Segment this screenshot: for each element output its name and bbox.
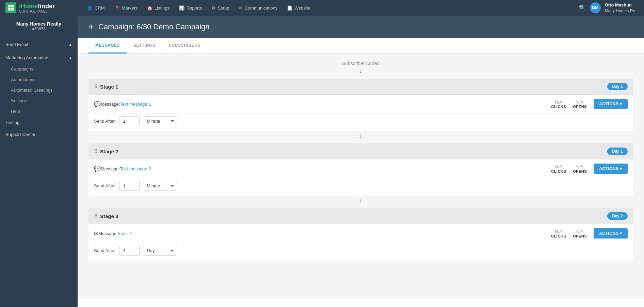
sidebar-item-automated-greetings[interactable]: Automated Greetings bbox=[0, 85, 78, 95]
stage-3-body: ✉ Message: Email 1 N/A CLICKS N/A OPENS bbox=[88, 224, 633, 260]
subscriber-added-label: Subscriber Added bbox=[88, 61, 633, 66]
stage-2-stats: N/A CLICKS N/A OPENS bbox=[551, 164, 587, 173]
svg-rect-2 bbox=[8, 8, 11, 11]
stage-2-send-after-row: Send After: Minute Hour Day Week bbox=[88, 178, 633, 196]
stage-1-opens: N/A OPENS bbox=[573, 99, 587, 109]
stage-2-send-after-select[interactable]: Minute Hour Day Week bbox=[143, 181, 177, 191]
stage-2-card: ⠿ Stage 2 Day 1 💬 Message: Text message … bbox=[88, 143, 633, 196]
setup-icon: ⚙ bbox=[211, 5, 215, 11]
top-navigation: iHomefinder CONTROL PANEL 👤 CRM 📍 Market… bbox=[0, 0, 644, 16]
stage-1-message-label: Message: bbox=[101, 102, 120, 107]
stage-3-message-row: ✉ Message: Email 1 N/A CLICKS N/A OPENS bbox=[88, 224, 633, 243]
stage-3-send-after-label: Send After: bbox=[94, 248, 116, 253]
stage-3-actions-button[interactable]: ACTIONS ▾ bbox=[594, 228, 628, 239]
chat-icon: 💬 bbox=[94, 101, 101, 107]
sidebar-company: Many Homes Realty #59656 bbox=[0, 16, 78, 37]
stage-2-send-after-label: Send After: bbox=[94, 183, 116, 188]
markets-icon: 📍 bbox=[114, 5, 120, 11]
stage-1-day-badge: Day 1 bbox=[607, 83, 628, 90]
user-info[interactable]: Otto Mashun Many Homes Re... bbox=[605, 2, 639, 14]
sidebar-item-campaigns[interactable]: Campaigns bbox=[0, 64, 78, 74]
stage-2-message-row: 💬 Message: Text message 2 N/A CLICKS N/A bbox=[88, 159, 633, 178]
content-area: ✈ Campaign: 6/30 Demo Campaign MESSAGES … bbox=[78, 16, 644, 307]
page-header: ✈ Campaign: 6/30 Demo Campaign bbox=[78, 16, 644, 38]
stage-1-header: ⠿ Stage 1 Day 1 bbox=[88, 79, 633, 94]
stage-2-title: Stage 2 bbox=[100, 149, 118, 154]
nav-right: 🔍 OM Otto Mashun Many Homes Re... bbox=[579, 2, 639, 14]
tabs-bar: MESSAGES SETTINGS SUBSCRIBERS bbox=[78, 38, 644, 54]
sidebar-item-help[interactable]: Help bbox=[0, 106, 78, 117]
stage-1-send-after-label: Send After: bbox=[94, 119, 116, 124]
main-layout: Many Homes Realty #59656 Send Email ▲ Ma… bbox=[0, 16, 644, 307]
stage-3-clicks: N/A CLICKS bbox=[551, 229, 566, 238]
nav-setup[interactable]: ⚙ Setup bbox=[207, 3, 233, 13]
stage-2-opens: N/A OPENS bbox=[573, 164, 587, 173]
nav-links: 👤 CRM 📍 Markets 🏠 Listings 📊 Reports ⚙ S… bbox=[83, 3, 579, 13]
tab-messages[interactable]: MESSAGES bbox=[88, 38, 127, 53]
search-icon[interactable]: 🔍 bbox=[579, 4, 586, 11]
stage-3-send-after-row: Send After: Minute Hour Day Week bbox=[88, 243, 633, 260]
stage-2-actions-button[interactable]: ACTIONS ▾ bbox=[594, 164, 628, 174]
svg-rect-3 bbox=[11, 8, 14, 11]
stage-2-message-link[interactable]: Text message 2 bbox=[120, 166, 151, 171]
stage-3-opens: N/A OPENS bbox=[573, 229, 587, 238]
crm-icon: 👤 bbox=[87, 5, 93, 11]
page-content: Subscriber Added ↓ ⠿ Stage 1 Day 1 💬 Mes… bbox=[78, 54, 644, 300]
campaign-icon: ✈ bbox=[88, 23, 94, 31]
avatar[interactable]: OM bbox=[590, 2, 601, 13]
drag-handle-icon[interactable]: ⠿ bbox=[94, 84, 97, 89]
website-icon: 📄 bbox=[287, 5, 292, 11]
stage-3-stats: N/A CLICKS N/A OPENS bbox=[551, 229, 587, 238]
stage-3-header: ⠿ Stage 3 Day 2 bbox=[88, 208, 633, 224]
stage-1-body: 💬 Message: Text message 1 N/A CLICKS N/A bbox=[88, 94, 633, 131]
stage-1-send-after-select[interactable]: Minute Hour Day Week bbox=[143, 116, 177, 126]
reports-icon: 📊 bbox=[179, 5, 184, 11]
stage-1-actions-button[interactable]: ACTIONS ▾ bbox=[594, 99, 628, 109]
sidebar-item-automations[interactable]: Automations bbox=[0, 74, 78, 85]
sidebar-section-marketing-automation: Marketing Automation ▲ Campaigns Automat… bbox=[0, 52, 78, 117]
stage-3-message-link[interactable]: Email 1 bbox=[117, 231, 132, 236]
stage-2-message-label: Message: bbox=[101, 166, 120, 171]
nav-markets[interactable]: 📍 Markets bbox=[110, 3, 142, 13]
chevron-up-icon: ▲ bbox=[69, 56, 72, 60]
sidebar-item-settings[interactable]: Settings bbox=[0, 95, 78, 106]
stage-1-message-link[interactable]: Text message 1 bbox=[120, 102, 151, 107]
stage-2-send-after-input[interactable] bbox=[119, 181, 140, 191]
sidebar-header-marketing-automation[interactable]: Marketing Automation ▲ bbox=[0, 52, 78, 64]
communications-icon: ✉ bbox=[239, 5, 242, 11]
stage-1-message-row: 💬 Message: Text message 1 N/A CLICKS N/A bbox=[88, 94, 633, 113]
page-title: Campaign: 6/30 Demo Campaign bbox=[98, 22, 210, 31]
stage-3-send-after-input[interactable] bbox=[119, 246, 140, 256]
sidebar-item-support-center[interactable]: Support Center bbox=[0, 128, 78, 140]
drag-handle-icon-3[interactable]: ⠿ bbox=[94, 213, 97, 219]
sidebar-item-texting[interactable]: Texting bbox=[0, 117, 78, 128]
chat-icon-2: 💬 bbox=[94, 166, 101, 172]
svg-rect-1 bbox=[11, 5, 14, 7]
sidebar-section-send-email: Send Email ▲ bbox=[0, 39, 78, 50]
nav-crm[interactable]: 👤 CRM bbox=[83, 3, 109, 13]
logo-icon bbox=[5, 2, 16, 13]
stage-3-day-badge: Day 2 bbox=[607, 212, 628, 220]
stage-2-body: 💬 Message: Text message 2 N/A CLICKS N/A bbox=[88, 159, 633, 196]
tab-settings[interactable]: SETTINGS bbox=[127, 38, 162, 53]
nav-reports[interactable]: 📊 Reports bbox=[175, 3, 206, 13]
arrow-down-icon-3: ↓ bbox=[88, 197, 633, 204]
sidebar: Many Homes Realty #59656 Send Email ▲ Ma… bbox=[0, 16, 78, 307]
stage-2-day-badge: Day 1 bbox=[607, 148, 628, 155]
stage-1-stats: N/A CLICKS N/A OPENS bbox=[551, 99, 587, 109]
arrow-down-icon: ↓ bbox=[88, 67, 633, 75]
sidebar-header-send-email[interactable]: Send Email ▲ bbox=[0, 39, 78, 50]
svg-rect-0 bbox=[8, 5, 11, 7]
stage-3-card: ⠿ Stage 3 Day 2 ✉ Message: Email 1 N/A bbox=[88, 208, 633, 260]
email-icon: ✉ bbox=[94, 230, 98, 237]
chevron-down-icon: ▲ bbox=[69, 43, 72, 46]
tab-subscribers[interactable]: SUBSCRIBERS bbox=[162, 38, 207, 53]
nav-website[interactable]: 📄 Website bbox=[283, 3, 315, 13]
nav-listings[interactable]: 🏠 Listings bbox=[143, 3, 174, 13]
nav-communications[interactable]: ✉ Communications bbox=[235, 3, 281, 13]
stage-3-send-after-select[interactable]: Minute Hour Day Week bbox=[143, 246, 177, 256]
arrow-down-icon-2: ↓ bbox=[88, 132, 633, 139]
drag-handle-icon-2[interactable]: ⠿ bbox=[94, 149, 97, 154]
stage-3-message-label: Message: bbox=[98, 231, 117, 236]
stage-1-send-after-input[interactable] bbox=[119, 116, 140, 126]
